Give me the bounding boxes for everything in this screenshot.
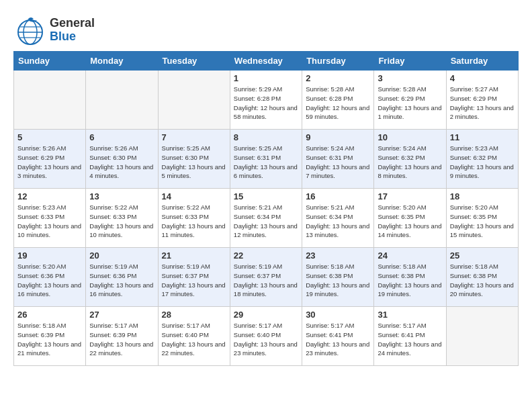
calendar-cell: 7Sunrise: 5:25 AMSunset: 6:30 PMDaylight… bbox=[158, 130, 230, 189]
day-number: 5 bbox=[17, 132, 82, 142]
calendar-cell: 21Sunrise: 5:19 AMSunset: 6:37 PMDayligh… bbox=[158, 248, 230, 307]
calendar-week-4: 19Sunrise: 5:20 AMSunset: 6:36 PMDayligh… bbox=[14, 248, 519, 307]
day-info: Sunrise: 5:28 AMSunset: 6:29 PMDaylight:… bbox=[378, 85, 442, 122]
day-number: 13 bbox=[89, 191, 154, 201]
day-info: Sunrise: 5:20 AMSunset: 6:35 PMDaylight:… bbox=[378, 203, 442, 240]
calendar-week-2: 5Sunrise: 5:26 AMSunset: 6:29 PMDaylight… bbox=[14, 130, 519, 189]
calendar-cell bbox=[14, 71, 86, 130]
logo-text: General Blue bbox=[50, 17, 95, 44]
day-info: Sunrise: 5:17 AMSunset: 6:41 PMDaylight:… bbox=[378, 321, 442, 358]
day-number: 6 bbox=[89, 132, 154, 142]
calendar-cell: 14Sunrise: 5:22 AMSunset: 6:33 PMDayligh… bbox=[158, 189, 230, 248]
calendar-cell bbox=[446, 307, 518, 366]
day-number: 16 bbox=[306, 191, 370, 201]
calendar-cell: 28Sunrise: 5:17 AMSunset: 6:40 PMDayligh… bbox=[158, 307, 230, 366]
calendar-cell: 6Sunrise: 5:26 AMSunset: 6:30 PMDaylight… bbox=[86, 130, 158, 189]
day-number: 12 bbox=[17, 191, 82, 201]
calendar-cell: 23Sunrise: 5:18 AMSunset: 6:38 PMDayligh… bbox=[302, 248, 374, 307]
calendar-cell: 4Sunrise: 5:27 AMSunset: 6:29 PMDaylight… bbox=[446, 71, 518, 130]
calendar-cell bbox=[158, 71, 230, 130]
day-number: 7 bbox=[162, 132, 226, 142]
day-number: 4 bbox=[450, 73, 515, 83]
calendar-cell bbox=[86, 71, 158, 130]
day-number: 19 bbox=[17, 250, 82, 261]
day-info: Sunrise: 5:18 AMSunset: 6:39 PMDaylight:… bbox=[17, 321, 82, 358]
calendar-cell: 8Sunrise: 5:25 AMSunset: 6:31 PMDaylight… bbox=[230, 130, 302, 189]
weekday-header-wednesday: Wednesday bbox=[230, 52, 302, 71]
day-info: Sunrise: 5:17 AMSunset: 6:40 PMDaylight:… bbox=[234, 321, 298, 358]
day-info: Sunrise: 5:24 AMSunset: 6:32 PMDaylight:… bbox=[378, 144, 442, 181]
calendar-cell: 16Sunrise: 5:21 AMSunset: 6:34 PMDayligh… bbox=[302, 189, 374, 248]
day-number: 17 bbox=[378, 191, 442, 201]
day-info: Sunrise: 5:28 AMSunset: 6:28 PMDaylight:… bbox=[306, 85, 370, 122]
day-number: 25 bbox=[450, 250, 515, 261]
day-number: 23 bbox=[306, 250, 370, 261]
day-number: 3 bbox=[378, 73, 442, 83]
day-info: Sunrise: 5:18 AMSunset: 6:38 PMDaylight:… bbox=[306, 262, 370, 299]
day-number: 14 bbox=[162, 191, 226, 201]
day-number: 8 bbox=[234, 132, 298, 142]
calendar-cell: 2Sunrise: 5:28 AMSunset: 6:28 PMDaylight… bbox=[302, 71, 374, 130]
day-info: Sunrise: 5:26 AMSunset: 6:29 PMDaylight:… bbox=[17, 144, 82, 181]
calendar-cell: 10Sunrise: 5:24 AMSunset: 6:32 PMDayligh… bbox=[374, 130, 446, 189]
day-number: 15 bbox=[234, 191, 298, 201]
calendar-cell: 1Sunrise: 5:29 AMSunset: 6:28 PMDaylight… bbox=[230, 71, 302, 130]
calendar-week-1: 1Sunrise: 5:29 AMSunset: 6:28 PMDaylight… bbox=[14, 71, 519, 130]
day-number: 1 bbox=[234, 73, 298, 83]
day-info: Sunrise: 5:19 AMSunset: 6:37 PMDaylight:… bbox=[162, 262, 226, 299]
calendar-table: SundayMondayTuesdayWednesdayThursdayFrid… bbox=[13, 51, 519, 366]
day-number: 22 bbox=[234, 250, 298, 261]
day-info: Sunrise: 5:17 AMSunset: 6:39 PMDaylight:… bbox=[89, 321, 154, 358]
day-info: Sunrise: 5:29 AMSunset: 6:28 PMDaylight:… bbox=[234, 85, 298, 122]
day-number: 11 bbox=[450, 132, 515, 142]
day-info: Sunrise: 5:17 AMSunset: 6:40 PMDaylight:… bbox=[162, 321, 226, 358]
calendar-cell: 25Sunrise: 5:18 AMSunset: 6:38 PMDayligh… bbox=[446, 248, 518, 307]
calendar-cell: 18Sunrise: 5:20 AMSunset: 6:35 PMDayligh… bbox=[446, 189, 518, 248]
calendar-week-3: 12Sunrise: 5:23 AMSunset: 6:33 PMDayligh… bbox=[14, 189, 519, 248]
weekday-header-thursday: Thursday bbox=[302, 52, 374, 71]
day-number: 29 bbox=[234, 310, 298, 320]
day-number: 18 bbox=[450, 191, 515, 201]
day-info: Sunrise: 5:24 AMSunset: 6:31 PMDaylight:… bbox=[306, 144, 370, 181]
day-info: Sunrise: 5:26 AMSunset: 6:30 PMDaylight:… bbox=[89, 144, 154, 181]
calendar-week-5: 26Sunrise: 5:18 AMSunset: 6:39 PMDayligh… bbox=[14, 307, 519, 366]
day-info: Sunrise: 5:20 AMSunset: 6:35 PMDaylight:… bbox=[450, 203, 515, 240]
calendar-cell: 12Sunrise: 5:23 AMSunset: 6:33 PMDayligh… bbox=[14, 189, 86, 248]
day-info: Sunrise: 5:19 AMSunset: 6:36 PMDaylight:… bbox=[89, 262, 154, 299]
day-info: Sunrise: 5:20 AMSunset: 6:36 PMDaylight:… bbox=[17, 262, 82, 299]
calendar-cell: 30Sunrise: 5:17 AMSunset: 6:41 PMDayligh… bbox=[302, 307, 374, 366]
day-number: 20 bbox=[89, 250, 154, 261]
logo: General Blue bbox=[13, 13, 95, 47]
day-info: Sunrise: 5:23 AMSunset: 6:33 PMDaylight:… bbox=[17, 203, 82, 240]
day-info: Sunrise: 5:22 AMSunset: 6:33 PMDaylight:… bbox=[162, 203, 226, 240]
calendar-cell: 26Sunrise: 5:18 AMSunset: 6:39 PMDayligh… bbox=[14, 307, 86, 366]
day-info: Sunrise: 5:19 AMSunset: 6:37 PMDaylight:… bbox=[234, 262, 298, 299]
calendar-cell: 22Sunrise: 5:19 AMSunset: 6:37 PMDayligh… bbox=[230, 248, 302, 307]
day-number: 10 bbox=[378, 132, 442, 142]
calendar-cell: 19Sunrise: 5:20 AMSunset: 6:36 PMDayligh… bbox=[14, 248, 86, 307]
weekday-header-sunday: Sunday bbox=[14, 52, 86, 71]
day-info: Sunrise: 5:22 AMSunset: 6:33 PMDaylight:… bbox=[89, 203, 154, 240]
calendar-cell: 31Sunrise: 5:17 AMSunset: 6:41 PMDayligh… bbox=[374, 307, 446, 366]
day-info: Sunrise: 5:23 AMSunset: 6:32 PMDaylight:… bbox=[450, 144, 515, 181]
day-number: 26 bbox=[17, 310, 82, 320]
day-number: 31 bbox=[378, 310, 442, 320]
day-number: 21 bbox=[162, 250, 226, 261]
day-info: Sunrise: 5:25 AMSunset: 6:30 PMDaylight:… bbox=[162, 144, 226, 181]
calendar-cell: 5Sunrise: 5:26 AMSunset: 6:29 PMDaylight… bbox=[14, 130, 86, 189]
day-number: 28 bbox=[162, 310, 226, 320]
calendar-cell: 3Sunrise: 5:28 AMSunset: 6:29 PMDaylight… bbox=[374, 71, 446, 130]
day-info: Sunrise: 5:18 AMSunset: 6:38 PMDaylight:… bbox=[378, 262, 442, 299]
calendar-cell: 20Sunrise: 5:19 AMSunset: 6:36 PMDayligh… bbox=[86, 248, 158, 307]
calendar-cell: 15Sunrise: 5:21 AMSunset: 6:34 PMDayligh… bbox=[230, 189, 302, 248]
calendar-cell: 29Sunrise: 5:17 AMSunset: 6:40 PMDayligh… bbox=[230, 307, 302, 366]
day-info: Sunrise: 5:21 AMSunset: 6:34 PMDaylight:… bbox=[306, 203, 370, 240]
day-number: 27 bbox=[89, 310, 154, 320]
calendar-cell: 13Sunrise: 5:22 AMSunset: 6:33 PMDayligh… bbox=[86, 189, 158, 248]
calendar-cell: 17Sunrise: 5:20 AMSunset: 6:35 PMDayligh… bbox=[374, 189, 446, 248]
weekday-header-tuesday: Tuesday bbox=[158, 52, 230, 71]
day-info: Sunrise: 5:27 AMSunset: 6:29 PMDaylight:… bbox=[450, 85, 515, 122]
day-info: Sunrise: 5:17 AMSunset: 6:41 PMDaylight:… bbox=[306, 321, 370, 358]
day-number: 2 bbox=[306, 73, 370, 83]
day-number: 9 bbox=[306, 132, 370, 142]
